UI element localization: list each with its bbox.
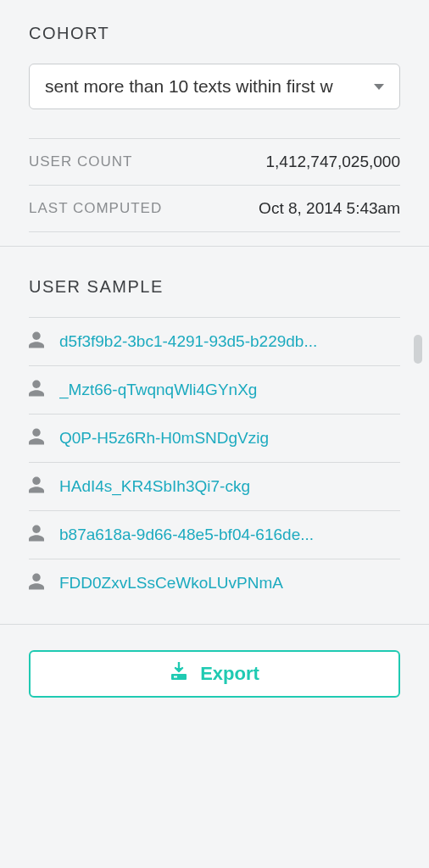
user-id-link[interactable]: _Mzt66-qTwqnqWli4GYnXg	[59, 381, 257, 399]
svg-rect-1	[174, 676, 177, 678]
user-count-value: 1,412,747,025,000	[266, 153, 401, 171]
cohort-section: COHORT sent more than 10 texts within fi…	[0, 0, 429, 246]
export-button-label: Export	[200, 663, 259, 685]
user-count-label: USER COUNT	[29, 153, 132, 170]
user-id-link[interactable]: d5f3f9b2-3bc1-4291-93d5-b229db...	[59, 332, 317, 351]
last-computed-label: LAST COMPUTED	[29, 200, 162, 217]
user-id-link[interactable]: b87a618a-9d66-48e5-bf04-616de...	[59, 526, 314, 544]
list-item: FDD0ZxvLSsCeWkoLUvPNmA	[29, 559, 400, 607]
cohort-dropdown[interactable]: sent more than 10 texts within first w	[29, 64, 400, 109]
list-item: HAdI4s_KR4SbIh3Qi7-ckg	[29, 463, 400, 511]
user-id-link[interactable]: HAdI4s_KR4SbIh3Qi7-ckg	[59, 477, 250, 496]
user-icon	[29, 476, 44, 497]
cohort-dropdown-value: sent more than 10 texts within first w	[45, 76, 374, 97]
last-computed-row: LAST COMPUTED Oct 8, 2014 5:43am	[29, 185, 400, 232]
user-icon	[29, 331, 44, 352]
svg-rect-0	[171, 674, 187, 680]
user-list: d5f3f9b2-3bc1-4291-93d5-b229db... _Mzt66…	[29, 317, 400, 607]
user-count-row: USER COUNT 1,412,747,025,000	[29, 138, 400, 185]
chevron-down-icon	[374, 84, 384, 90]
user-sample-section: USER SAMPLE d5f3f9b2-3bc1-4291-93d5-b229…	[0, 246, 429, 624]
list-item: Q0P-H5z6Rh-H0mSNDgVzig	[29, 415, 400, 463]
export-section: Export	[0, 624, 429, 732]
user-icon	[29, 525, 44, 545]
user-id-link[interactable]: Q0P-H5z6Rh-H0mSNDgVzig	[59, 429, 269, 448]
user-id-link[interactable]: FDD0ZxvLSsCeWkoLUvPNmA	[59, 574, 283, 593]
list-item: b87a618a-9d66-48e5-bf04-616de...	[29, 511, 400, 559]
cohort-stats: USER COUNT 1,412,747,025,000 LAST COMPUT…	[29, 138, 400, 232]
user-icon	[29, 428, 44, 448]
cohort-title: COHORT	[29, 24, 400, 43]
list-item: d5f3f9b2-3bc1-4291-93d5-b229db...	[29, 317, 400, 366]
last-computed-value: Oct 8, 2014 5:43am	[259, 199, 400, 218]
export-button[interactable]: Export	[29, 650, 400, 698]
list-item: _Mzt66-qTwqnqWli4GYnXg	[29, 366, 400, 415]
user-icon	[29, 380, 44, 400]
download-icon	[170, 662, 188, 686]
scrollbar-thumb[interactable]	[414, 335, 422, 364]
user-sample-title: USER SAMPLE	[29, 277, 400, 297]
user-icon	[29, 573, 44, 593]
